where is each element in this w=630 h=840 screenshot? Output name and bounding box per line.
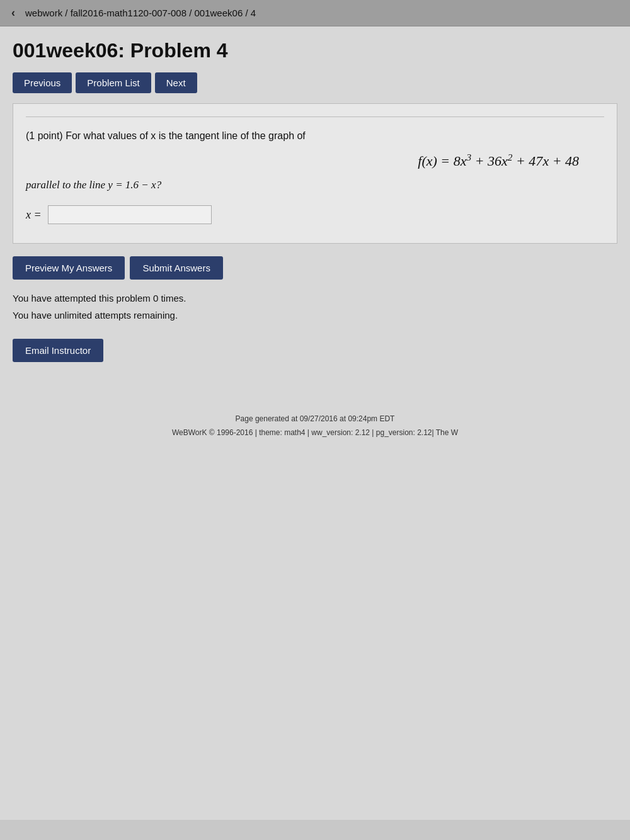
- submit-button[interactable]: Submit Answers: [130, 256, 223, 280]
- attempt-line2: You have unlimited attempts remaining.: [13, 307, 617, 324]
- nav-buttons: Previous Problem List Next: [13, 72, 617, 93]
- preview-button[interactable]: Preview My Answers: [13, 256, 125, 280]
- top-bar: ‹ webwork / fall2016-math1120-007-008 / …: [0, 0, 630, 26]
- attempt-line1: You have attempted this problem 0 times.: [13, 290, 617, 307]
- problem-intro-text: (1 point) For what values of x is the ta…: [26, 130, 306, 141]
- answer-row: x =: [26, 205, 604, 224]
- page-title: 001week06: Problem 4: [13, 39, 617, 62]
- next-button[interactable]: Next: [155, 72, 197, 93]
- main-content: 001week06: Problem 4 Previous Problem Li…: [0, 26, 630, 820]
- back-button[interactable]: ‹: [8, 5, 19, 21]
- breadcrumb: webwork / fall2016-math1120-007-008 / 00…: [25, 8, 256, 18]
- problem-box: (1 point) For what values of x is the ta…: [13, 103, 617, 244]
- answer-input[interactable]: [48, 205, 212, 224]
- function-display: f(x) = 8x3 + 36x2 + 47x + 48: [26, 152, 579, 169]
- footer-line2: WeBWorK © 1996-2016 | theme: math4 | ww_…: [13, 426, 617, 440]
- footer: Page generated at 09/27/2016 at 09:24pm …: [13, 412, 617, 440]
- answer-label: x =: [26, 208, 42, 222]
- email-instructor-button[interactable]: Email Instructor: [13, 339, 103, 362]
- parallel-text: parallel to the line y = 1.6 − x?: [26, 176, 604, 195]
- footer-line1: Page generated at 09/27/2016 at 09:24pm …: [13, 412, 617, 426]
- previous-button[interactable]: Previous: [13, 72, 72, 93]
- action-buttons: Preview My Answers Submit Answers: [13, 256, 617, 280]
- attempt-info: You have attempted this problem 0 times.…: [13, 290, 617, 324]
- problem-list-button[interactable]: Problem List: [76, 72, 151, 93]
- problem-intro: (1 point) For what values of x is the ta…: [26, 127, 604, 144]
